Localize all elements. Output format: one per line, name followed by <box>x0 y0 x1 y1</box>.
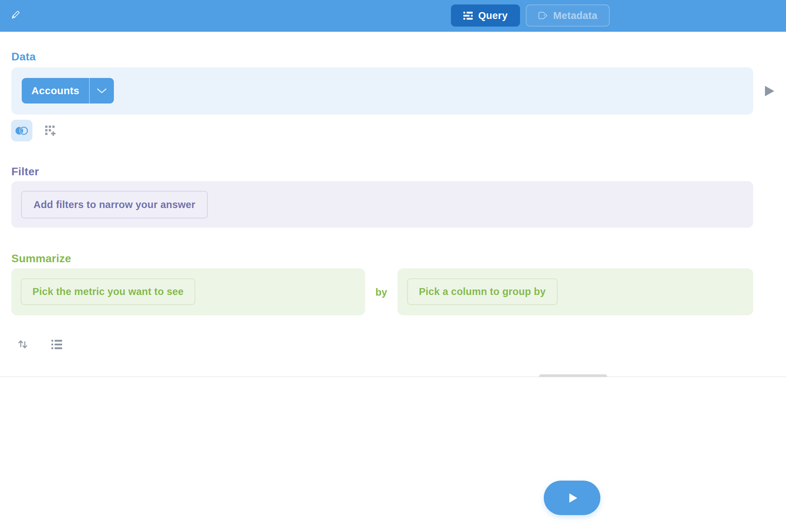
custom-column-icon <box>45 126 56 136</box>
pencil-icon <box>10 10 21 20</box>
sort-icon <box>17 339 28 350</box>
tab-query-label: Query <box>478 10 508 21</box>
preview-play-icon <box>765 86 774 96</box>
filter-section: Add filters to narrow your answer <box>11 181 753 228</box>
sort-button[interactable] <box>15 337 30 352</box>
data-section: Accounts <box>11 67 753 115</box>
query-builder-page: Query Metadata Data Accounts <box>0 0 786 532</box>
add-filter-button[interactable]: Add filters to narrow your answer <box>21 191 208 218</box>
bottom-step-actions <box>15 337 64 352</box>
view-tabs: Query Metadata <box>451 4 610 27</box>
join-icon <box>14 126 29 136</box>
summarize-by-label: by <box>365 287 397 298</box>
data-step-actions <box>11 120 58 141</box>
run-query-button[interactable] <box>544 481 600 515</box>
data-section-heading: Data <box>11 50 36 63</box>
topbar: Query Metadata <box>0 0 786 32</box>
tab-query[interactable]: Query <box>451 4 520 27</box>
summarize-groupby-panel: Pick a column to group by <box>397 268 753 315</box>
notebook-list-icon <box>463 12 473 20</box>
tab-metadata-label: Metadata <box>553 10 597 21</box>
chevron-down-icon <box>90 78 114 104</box>
custom-column-button[interactable] <box>43 123 58 138</box>
join-data-button[interactable] <box>11 120 32 141</box>
table-picker-label: Accounts <box>22 78 89 104</box>
play-icon <box>569 493 577 503</box>
filter-section-heading: Filter <box>11 165 39 178</box>
pick-group-column-button[interactable]: Pick a column to group by <box>407 278 558 305</box>
summarize-metric-panel: Pick the metric you want to see <box>11 268 365 315</box>
preview-step-button[interactable] <box>763 85 776 97</box>
row-limit-button[interactable] <box>49 337 64 352</box>
pick-metric-button[interactable]: Pick the metric you want to see <box>21 278 195 305</box>
tab-metadata[interactable]: Metadata <box>526 4 610 27</box>
results-area: Here's where your results will appear <box>0 377 786 532</box>
summarize-section-heading: Summarize <box>11 252 71 265</box>
tag-icon <box>538 12 548 19</box>
row-limit-list-icon <box>51 340 62 349</box>
table-picker-button[interactable]: Accounts <box>22 78 114 104</box>
